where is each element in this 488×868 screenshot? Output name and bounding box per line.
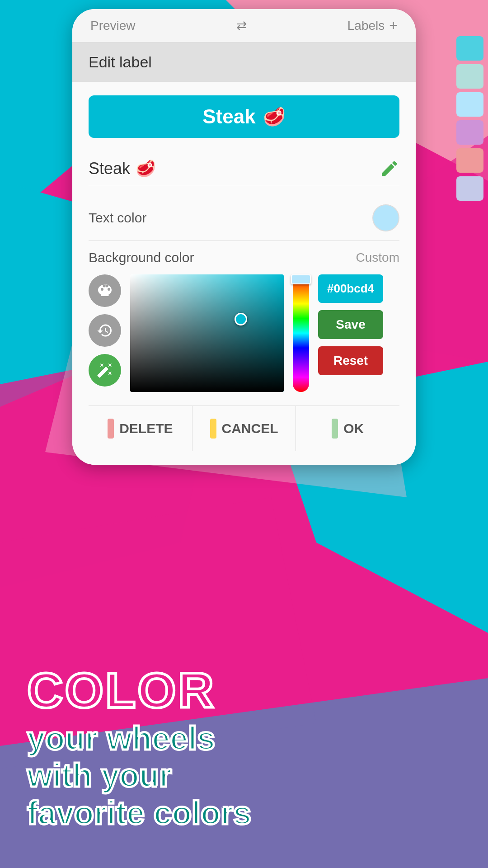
label-preview: Steak 🥩 bbox=[89, 95, 399, 138]
ok-label: OK bbox=[343, 421, 364, 436]
cancel-button[interactable]: CANCEL bbox=[192, 406, 296, 451]
preview-tab[interactable]: Preview bbox=[90, 19, 136, 33]
gradient-dark-overlay bbox=[130, 274, 284, 392]
hue-slider-container[interactable] bbox=[293, 274, 309, 392]
delete-label: DELETE bbox=[119, 421, 173, 436]
text-color-row: Text color bbox=[89, 195, 399, 241]
hue-handle[interactable] bbox=[291, 274, 311, 284]
text-color-swatch[interactable] bbox=[372, 204, 399, 231]
custom-label: Custom bbox=[356, 250, 399, 265]
swatch-6[interactable] bbox=[456, 176, 483, 201]
labels-label: Labels bbox=[347, 19, 385, 33]
color-save-button[interactable]: Save bbox=[318, 310, 383, 339]
edit-label-dialog: Edit label Steak 🥩 Steak 🥩 bbox=[72, 42, 416, 465]
history-tool-btn[interactable] bbox=[89, 314, 121, 347]
cancel-accent bbox=[210, 419, 216, 439]
delete-button[interactable]: DELETE bbox=[89, 406, 192, 451]
ok-button[interactable]: OK bbox=[296, 406, 399, 451]
swatch-5[interactable] bbox=[456, 148, 483, 173]
swatches-right bbox=[456, 36, 483, 201]
dialog-actions: DELETE CANCEL OK bbox=[89, 406, 399, 451]
promo-line1: your wheels with your favorite colors bbox=[27, 720, 461, 832]
label-name-row: Steak 🥩 bbox=[89, 151, 399, 186]
text-color-label: Text color bbox=[89, 210, 146, 226]
label-preview-text: Steak bbox=[202, 105, 255, 128]
bg-color-label: Background color bbox=[89, 250, 194, 265]
shuffle-icon[interactable]: ⇄ bbox=[236, 18, 247, 33]
tool-icons bbox=[89, 274, 121, 387]
gradient-cursor[interactable] bbox=[235, 313, 247, 326]
hue-slider[interactable] bbox=[293, 274, 309, 392]
phone-wrapper: Preview ⇄ Labels + Edit label Steak 🥩 bbox=[41, 0, 447, 465]
ok-accent bbox=[332, 419, 338, 439]
edit-icon[interactable] bbox=[380, 159, 399, 179]
promo-word: COLOR bbox=[27, 665, 461, 715]
gradient-picker[interactable] bbox=[130, 274, 284, 392]
color-reset-button[interactable]: Reset bbox=[318, 346, 383, 375]
magic-tool-btn[interactable] bbox=[89, 354, 121, 387]
app-topbar: Preview ⇄ Labels + bbox=[72, 9, 416, 42]
color-picker-area: #00bcd4 Save Reset bbox=[89, 274, 399, 392]
add-icon: + bbox=[389, 17, 398, 34]
swatch-4[interactable] bbox=[456, 120, 483, 145]
phone: Preview ⇄ Labels + Edit label Steak 🥩 bbox=[72, 9, 416, 465]
delete-accent bbox=[108, 419, 114, 439]
dialog-body: Steak 🥩 Steak 🥩 bbox=[72, 82, 416, 465]
swatch-2[interactable] bbox=[456, 64, 483, 89]
promo-section: COLOR your wheels with your favorite col… bbox=[0, 638, 488, 868]
dialog-title: Edit label bbox=[89, 53, 152, 71]
gradient-bg[interactable] bbox=[130, 274, 284, 392]
cancel-label: CANCEL bbox=[222, 421, 278, 436]
dialog-header: Edit label bbox=[72, 42, 416, 82]
hex-input[interactable]: #00bcd4 bbox=[318, 274, 383, 303]
preview-label: Preview bbox=[90, 19, 136, 33]
color-controls: #00bcd4 Save Reset bbox=[318, 274, 383, 375]
label-emoji-preview: 🥩 bbox=[263, 106, 286, 127]
bg-color-header: Background color Custom bbox=[89, 250, 399, 265]
swatch-1[interactable] bbox=[456, 36, 483, 61]
labels-tab[interactable]: Labels + bbox=[347, 17, 398, 34]
swatch-3[interactable] bbox=[456, 92, 483, 117]
label-emoji: 🥩 bbox=[136, 159, 156, 178]
palette-tool-btn[interactable] bbox=[89, 274, 121, 307]
label-name: Steak 🥩 bbox=[89, 159, 156, 178]
